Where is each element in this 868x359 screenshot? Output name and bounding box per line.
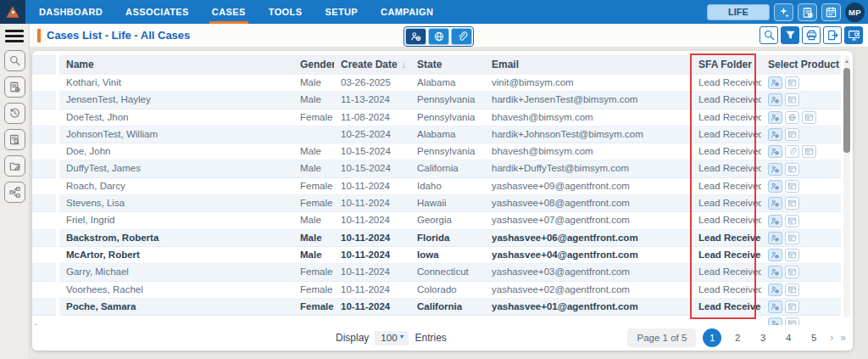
table-scrollbar[interactable]: ▲ (843, 56, 850, 317)
case-assign-icon[interactable] (405, 28, 426, 45)
column-header-select-product[interactable]: Select Product (761, 55, 841, 75)
product-card-icon[interactable] (785, 249, 799, 261)
case-assign-icon[interactable] (768, 197, 782, 210)
page-button-5[interactable]: 5 (804, 328, 823, 347)
case-assign-icon[interactable] (768, 76, 782, 89)
table-row[interactable]: Voorhees, Rachel Female 10-11-2024 Color… (32, 282, 841, 299)
filter-icon[interactable] (781, 26, 799, 44)
cell-sfa-folder (692, 316, 761, 325)
scroll-up-icon[interactable]: ▲ (843, 58, 850, 65)
print-icon[interactable] (802, 26, 821, 44)
column-header-email[interactable]: Email (485, 55, 692, 75)
case-assign-icon[interactable] (768, 111, 782, 124)
table-row[interactable] (32, 316, 841, 325)
product-card-icon[interactable] (785, 76, 799, 89)
workflow-icon[interactable] (4, 182, 25, 203)
nav-dashboard[interactable]: DASHBOARD (39, 0, 103, 24)
case-assign-icon[interactable] (768, 145, 782, 158)
scrollbar-thumb[interactable] (843, 68, 850, 153)
product-card-icon[interactable] (802, 111, 816, 124)
last-page-icon[interactable]: » (840, 332, 846, 344)
table-row[interactable]: Garry, Michael Female 10-11-2024 Connect… (32, 264, 841, 281)
case-assign-icon[interactable] (768, 215, 782, 227)
column-header-state[interactable]: State (410, 55, 485, 75)
product-card-icon[interactable] (785, 180, 799, 193)
table-row[interactable]: Doe, John Male 10-15-2024 Pennsylvania b… (32, 143, 841, 160)
product-card-icon[interactable] (785, 163, 799, 176)
search-icon[interactable] (760, 26, 778, 44)
table-row[interactable]: Roach, Darcy Female 10-11-2024 Idaho yas… (32, 178, 841, 195)
column-header-name[interactable]: Name (59, 55, 293, 75)
cell-state: Georgia (410, 212, 485, 228)
table-row[interactable]: Backstrom, Roberta Male 10-11-2024 Flori… (32, 230, 841, 247)
case-globe-icon[interactable] (428, 28, 449, 45)
nav-setup[interactable]: SETUP (325, 0, 358, 24)
case-assign-icon[interactable] (768, 180, 782, 193)
case-assign-icon[interactable] (768, 128, 782, 141)
case-assign-icon[interactable] (768, 266, 782, 278)
cell-create-date: 11-08-2024 (334, 109, 410, 126)
page-button-4[interactable]: 4 (779, 328, 798, 347)
nav-cases[interactable]: CASES (212, 0, 246, 24)
nav-campaign[interactable]: CAMPAIGN (381, 0, 433, 24)
table-row[interactable]: McArtor, Robert Male 10-11-2024 Iowa yas… (32, 247, 841, 264)
table-row[interactable]: Poche, Samara Female 10-11-2024 Californ… (32, 299, 841, 316)
table-row[interactable]: Friel, Ingrid Male 10-11-2024 Georgia ya… (32, 212, 841, 229)
screen-settings-icon[interactable] (844, 26, 863, 44)
case-globe-icon[interactable] (785, 111, 799, 124)
table-row[interactable]: JohnsonTest, William 10-25-2024 Alabama … (32, 126, 841, 143)
product-card-icon[interactable] (785, 300, 799, 313)
product-card-icon[interactable] (785, 283, 799, 296)
case-assign-icon[interactable] (768, 283, 782, 296)
doc-search-icon[interactable] (4, 129, 25, 150)
nav-associates[interactable]: ASSOCIATES (125, 0, 189, 24)
column-header-create-date[interactable]: Create Date↓ (334, 55, 410, 75)
table-row[interactable]: Stevens, Lisa Female 10-11-2024 Hawaii y… (32, 195, 841, 212)
case-assign-icon[interactable] (768, 317, 782, 325)
product-card-icon[interactable] (802, 145, 816, 158)
column-header-gender[interactable]: Gender (293, 55, 334, 75)
cell-state: Pennsylvania (410, 109, 485, 126)
cell-name: DuffyTest, James (59, 160, 293, 177)
table-row[interactable]: Kothari, Vinit Male 03-26-2025 Alabama v… (32, 75, 841, 92)
page-button-1[interactable]: 1 (703, 328, 721, 347)
calendar-icon[interactable] (821, 3, 841, 21)
column-header-sfa-folder[interactable]: SFA Folder (692, 55, 761, 75)
cell-email: yashasvee+09@agentfront.com (485, 178, 692, 194)
search-icon[interactable] (4, 50, 25, 71)
page-button-2[interactable]: 2 (728, 328, 747, 347)
export-icon[interactable] (823, 26, 842, 44)
product-card-icon[interactable] (785, 232, 799, 244)
hamburger-menu-icon[interactable] (5, 30, 24, 42)
product-card-icon[interactable] (785, 128, 799, 141)
folder-edit-icon[interactable] (4, 155, 25, 177)
entries-per-page-select[interactable]: 100▼ (375, 331, 409, 345)
sparkles-icon[interactable] (774, 3, 793, 21)
doc-add-icon[interactable] (4, 76, 25, 98)
attachment-icon[interactable] (451, 28, 472, 45)
product-card-icon[interactable] (785, 317, 799, 325)
line-of-business-button[interactable]: LIFE (707, 4, 770, 20)
history-icon[interactable] (4, 103, 25, 124)
case-assign-icon[interactable] (768, 249, 782, 261)
clipboard-add-icon[interactable] (798, 3, 817, 21)
table-row[interactable]: JensenTest, Hayley Male 11-13-2024 Penns… (32, 92, 841, 109)
table-row[interactable]: DuffyTest, James Male 10-15-2024 Califor… (32, 160, 841, 177)
attachment-icon[interactable] (785, 145, 799, 158)
row-select-cell (32, 247, 56, 264)
page-button-3[interactable]: 3 (754, 328, 772, 347)
product-card-icon[interactable] (785, 215, 799, 227)
cell-email: yashasvee+04@agentfront.com (485, 247, 692, 263)
user-avatar[interactable]: MP (845, 3, 865, 22)
nav-tools[interactable]: TOOLS (269, 0, 303, 24)
next-page-icon[interactable]: › (830, 332, 833, 344)
product-card-icon[interactable] (785, 93, 799, 106)
case-assign-icon[interactable] (768, 163, 782, 176)
case-assign-icon[interactable] (768, 232, 782, 244)
table-row[interactable]: DoeTest, Jhon Female 11-08-2024 Pennsylv… (32, 109, 841, 126)
case-assign-icon[interactable] (768, 300, 782, 313)
product-card-icon[interactable] (785, 197, 799, 210)
product-card-icon[interactable] (785, 266, 799, 278)
app-logo[interactable] (0, 0, 25, 24)
case-assign-icon[interactable] (768, 93, 782, 106)
